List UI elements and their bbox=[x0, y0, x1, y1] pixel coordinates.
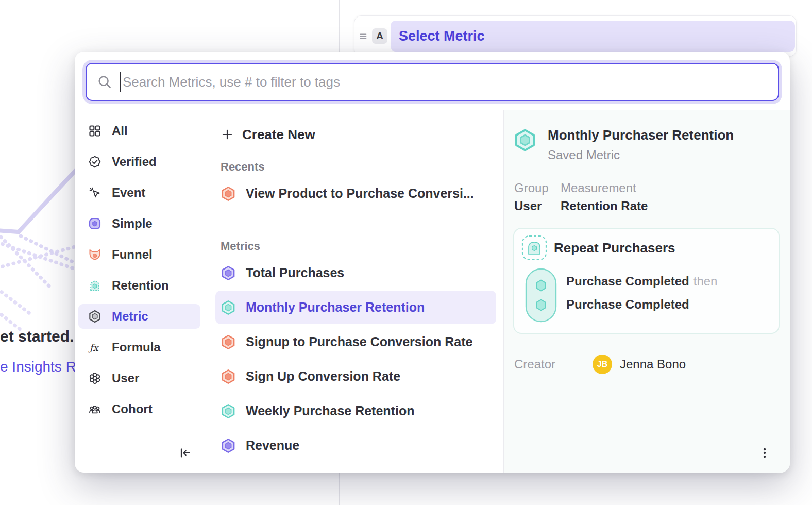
cohort-icon bbox=[88, 402, 102, 416]
sidebar-item-simple[interactable]: Simple bbox=[78, 211, 200, 236]
sidebar-item-label: Verified bbox=[112, 155, 157, 169]
event-step: Purchase Completedthen bbox=[566, 274, 717, 289]
sidebar-item-label: Funnel bbox=[112, 247, 153, 262]
metric-item-label: Revenue bbox=[246, 438, 299, 453]
sidebar-item-event[interactable]: Event bbox=[78, 180, 200, 205]
sidebar-item-all[interactable]: All bbox=[78, 119, 200, 143]
retention-metric-icon bbox=[513, 128, 537, 152]
type-filter-list: AllVerifiedEventSimpleFunnelRetentionMet… bbox=[75, 119, 206, 422]
modal-body: AllVerifiedEventSimpleFunnelRetentionMet… bbox=[75, 110, 790, 473]
grid-icon bbox=[88, 124, 102, 138]
select-metric-pill[interactable]: Select Metric bbox=[391, 21, 795, 52]
search-bar bbox=[82, 60, 782, 104]
detail-subtitle: Saved Metric bbox=[548, 148, 734, 162]
metric-hexagon-icon bbox=[88, 310, 102, 323]
type-filter-sidebar: AllVerifiedEventSimpleFunnelRetentionMet… bbox=[75, 110, 206, 473]
query-builder-metric-row: A Select Metric bbox=[354, 15, 797, 57]
sidebar-item-label: Metric bbox=[112, 309, 148, 324]
creator-row: Creator JB Jenna Bono bbox=[513, 355, 780, 374]
metric-item-label: Sign Up Conversion Rate bbox=[246, 369, 400, 384]
sidebar-item-label: User bbox=[112, 371, 139, 385]
hex-coral-icon bbox=[221, 186, 236, 201]
sidebar-item-label: Simple bbox=[112, 216, 153, 231]
metric-list-item-weekly-purchase-retention[interactable]: Weekly Purchase Retention bbox=[215, 394, 496, 428]
meta-group-value: User bbox=[514, 199, 561, 213]
simple-insight-icon bbox=[88, 217, 102, 230]
sidebar-item-retention[interactable]: Retention bbox=[78, 273, 200, 298]
sidebar-item-cohort[interactable]: Cohort bbox=[78, 397, 200, 422]
event-sequence-capsule-icon bbox=[525, 268, 557, 323]
sidebar-item-verified[interactable]: Verified bbox=[78, 149, 200, 174]
definition-header: Repeat Purchasers bbox=[521, 235, 771, 261]
metric-item-label: Monthly Purchaser Retention bbox=[246, 300, 425, 315]
background-insights-link-fragment[interactable]: e Insights Re bbox=[0, 359, 84, 375]
meta-measurement-value: Retention Rate bbox=[561, 199, 648, 213]
section-title-metrics: Metrics bbox=[221, 240, 496, 253]
detail-footer bbox=[504, 433, 790, 473]
definition-body: Purchase Completedthen Purchase Complete… bbox=[521, 268, 771, 323]
metric-sections: RecentsView Product to Purchase Conversi… bbox=[215, 160, 496, 462]
meta-measurement-label: Measurement bbox=[561, 181, 648, 195]
metric-list-item-monthly-purchaser-retention[interactable]: Monthly Purchaser Retention bbox=[215, 291, 496, 324]
search-box[interactable] bbox=[86, 63, 779, 101]
hex-coral-icon bbox=[221, 369, 236, 384]
plus-icon bbox=[221, 128, 234, 141]
metric-item-label: Signup to Purchase Conversion Rate bbox=[246, 334, 472, 349]
create-new-label: Create New bbox=[242, 127, 315, 143]
verified-badge-icon bbox=[88, 155, 102, 169]
metric-list-item-sign-up-conversion-rate[interactable]: Sign Up Conversion Rate bbox=[215, 360, 496, 393]
hex-teal-icon bbox=[221, 403, 236, 419]
sidebar-item-label: Formula bbox=[112, 340, 161, 355]
drag-handle-icon[interactable] bbox=[358, 30, 369, 42]
search-input[interactable] bbox=[123, 74, 778, 90]
sidebar-item-user[interactable]: User bbox=[78, 366, 200, 391]
sidebar-item-metric[interactable]: Metric bbox=[78, 304, 200, 329]
creator-label: Creator bbox=[514, 357, 593, 372]
create-new-button[interactable]: Create New bbox=[215, 124, 496, 145]
metric-list-item-revenue[interactable]: Revenue bbox=[215, 429, 496, 462]
kebab-menu-icon[interactable] bbox=[758, 446, 771, 460]
sidebar-item-label: Retention bbox=[112, 278, 169, 293]
sidebar-footer bbox=[75, 433, 206, 473]
funnel-icon bbox=[88, 248, 102, 261]
avatar: JB bbox=[593, 355, 612, 374]
retention-icon bbox=[88, 279, 102, 292]
meta-group-label: Group bbox=[514, 181, 561, 195]
sidebar-item-funnel[interactable]: Funnel bbox=[78, 242, 200, 267]
creator-name: Jenna Bono bbox=[620, 357, 686, 372]
definition-title: Repeat Purchasers bbox=[554, 240, 675, 256]
text-cursor bbox=[120, 72, 121, 92]
metric-list-column: Create New RecentsView Product to Purcha… bbox=[206, 110, 504, 473]
hex-purple-icon bbox=[221, 265, 236, 281]
metric-picker-modal: AllVerifiedEventSimpleFunnelRetentionMet… bbox=[75, 52, 790, 473]
svg-text:ƒx: ƒx bbox=[88, 342, 100, 353]
sidebar-item-label: Cohort bbox=[112, 402, 153, 416]
section-divider bbox=[215, 224, 496, 224]
detail-header: Monthly Purchaser Retention Saved Metric bbox=[513, 127, 780, 162]
formula-icon: ƒx bbox=[88, 341, 102, 354]
sidebar-item-label: All bbox=[112, 124, 128, 138]
collapse-sidebar-icon[interactable] bbox=[178, 446, 192, 460]
metric-definition-card: Repeat Purchasers Purchase Completedthen… bbox=[513, 228, 780, 334]
metric-item-label: Total Purchases bbox=[246, 265, 344, 280]
event-step: Purchase Completed bbox=[566, 297, 717, 312]
sidebar-item-formula[interactable]: ƒxFormula bbox=[78, 335, 200, 360]
repeat-cohort-icon bbox=[521, 235, 547, 261]
background-heading-fragment: et started. bbox=[0, 328, 74, 345]
metric-list-item-signup-to-purchase-conversion-rate[interactable]: Signup to Purchase Conversion Rate bbox=[215, 325, 496, 359]
detail-title: Monthly Purchaser Retention bbox=[548, 127, 734, 143]
detail-meta: Group User Measurement Retention Rate bbox=[513, 181, 780, 213]
metric-item-label: Weekly Purchase Retention bbox=[246, 403, 414, 418]
cursor-click-icon bbox=[88, 186, 102, 199]
metric-list-item-view-product-to-purchase-conversi-[interactable]: View Product to Purchase Conversi... bbox=[215, 177, 496, 210]
hex-coral-icon bbox=[221, 334, 236, 350]
metric-list-item-total-purchases[interactable]: Total Purchases bbox=[215, 256, 496, 290]
hex-purple-icon bbox=[221, 438, 236, 453]
metric-detail-panel: Monthly Purchaser Retention Saved Metric… bbox=[504, 110, 790, 473]
event-steps: Purchase Completedthen Purchase Complete… bbox=[566, 268, 717, 323]
hex-teal-icon bbox=[221, 300, 236, 315]
search-icon bbox=[97, 74, 112, 90]
sidebar-item-label: Event bbox=[112, 186, 145, 200]
step-a-badge[interactable]: A bbox=[372, 28, 387, 44]
user-cluster-icon bbox=[88, 372, 102, 385]
